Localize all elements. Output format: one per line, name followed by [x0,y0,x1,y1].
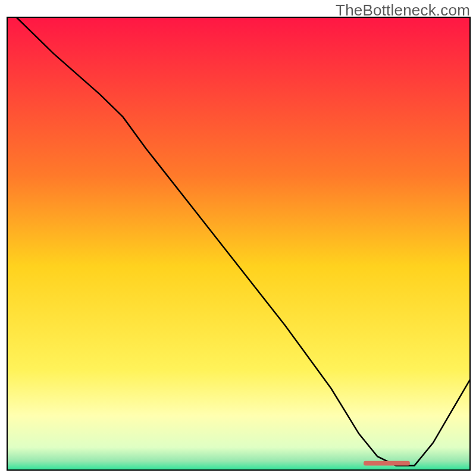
chart-background [7,17,470,470]
chart-stage: TheBottleneck.com [0,0,476,476]
optimal-marker [364,461,410,466]
watermark: TheBottleneck.com [336,1,470,20]
chart-svg [0,0,476,476]
